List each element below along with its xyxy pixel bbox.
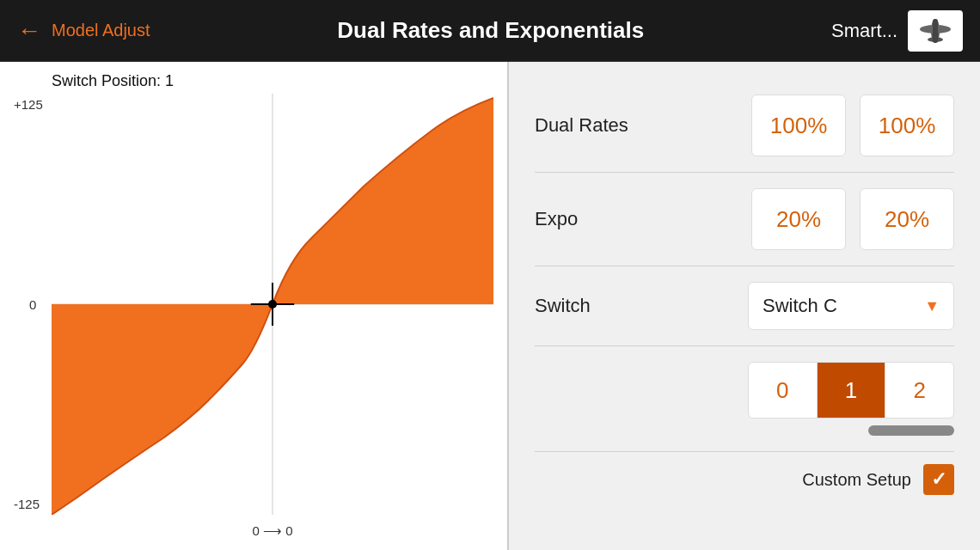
x-label-bottom: 0 ⟶ 0 bbox=[252, 523, 292, 539]
custom-setup-row: Custom Setup ✓ bbox=[535, 452, 954, 507]
header: ← Model Adjust Dual Rates and Exponentia… bbox=[0, 0, 980, 62]
checkmark-icon: ✓ bbox=[931, 468, 946, 491]
dropdown-arrow-icon: ▼ bbox=[924, 297, 940, 315]
switch-dropdown[interactable]: Switch C ▼ bbox=[748, 282, 954, 330]
dual-rates-value-1[interactable]: 100% bbox=[751, 95, 846, 156]
chart-svg bbox=[52, 94, 493, 515]
right-panel: Dual Rates 100% 100% Expo 20% 20% Switch… bbox=[509, 62, 980, 550]
expo-controls: 20% 20% bbox=[689, 188, 954, 250]
main-content: Switch Position: 1 +125 0 -125 0 ⟶ 0 bbox=[0, 62, 980, 550]
switch-dropdown-text: Switch C bbox=[763, 295, 837, 317]
switch-pos-1[interactable]: 1 bbox=[818, 363, 886, 418]
back-button[interactable]: ← Model Adjust bbox=[17, 17, 150, 45]
expo-section: Expo 20% 20% bbox=[535, 173, 954, 266]
chart-area: +125 0 -125 0 ⟶ 0 bbox=[52, 94, 493, 515]
dual-rates-section: Dual Rates 100% 100% bbox=[535, 79, 954, 173]
switch-positions: 0 1 2 bbox=[748, 362, 954, 419]
switch-section: Switch Switch C ▼ bbox=[535, 266, 954, 346]
back-arrow-icon: ← bbox=[17, 17, 41, 45]
dual-rates-value-2[interactable]: 100% bbox=[860, 95, 954, 156]
header-right: Smart... bbox=[831, 10, 963, 52]
chart-panel: Switch Position: 1 +125 0 -125 0 ⟶ 0 bbox=[0, 62, 507, 550]
switch-pos-0[interactable]: 0 bbox=[749, 363, 818, 418]
dual-rates-label: Dual Rates bbox=[535, 114, 689, 137]
smart-label: Smart... bbox=[831, 20, 897, 42]
expo-value-2[interactable]: 20% bbox=[860, 188, 954, 250]
page-title: Dual Rates and Exponentials bbox=[150, 17, 831, 44]
expo-label: Expo bbox=[535, 208, 689, 230]
y-label-top: +125 bbox=[14, 97, 43, 112]
y-label-mid: 0 bbox=[29, 297, 36, 312]
switch-pos-2[interactable]: 2 bbox=[885, 363, 953, 418]
model-icon[interactable] bbox=[908, 10, 963, 52]
y-label-bottom: -125 bbox=[14, 497, 40, 511]
custom-setup-checkbox[interactable]: ✓ bbox=[923, 464, 954, 495]
dual-rates-controls: 100% 100% bbox=[689, 95, 954, 156]
switch-selector-section: 0 1 2 bbox=[535, 346, 954, 452]
custom-setup-label: Custom Setup bbox=[802, 470, 911, 490]
svg-rect-4 bbox=[933, 19, 938, 43]
switch-label: Switch bbox=[535, 295, 689, 317]
back-label: Model Adjust bbox=[52, 21, 150, 40]
switch-slider-bar bbox=[868, 425, 954, 436]
switch-position-label: Switch Position: 1 bbox=[52, 72, 493, 90]
svg-point-10 bbox=[268, 300, 277, 309]
expo-value-1[interactable]: 20% bbox=[751, 188, 846, 250]
switch-controls: Switch C ▼ bbox=[689, 282, 954, 330]
